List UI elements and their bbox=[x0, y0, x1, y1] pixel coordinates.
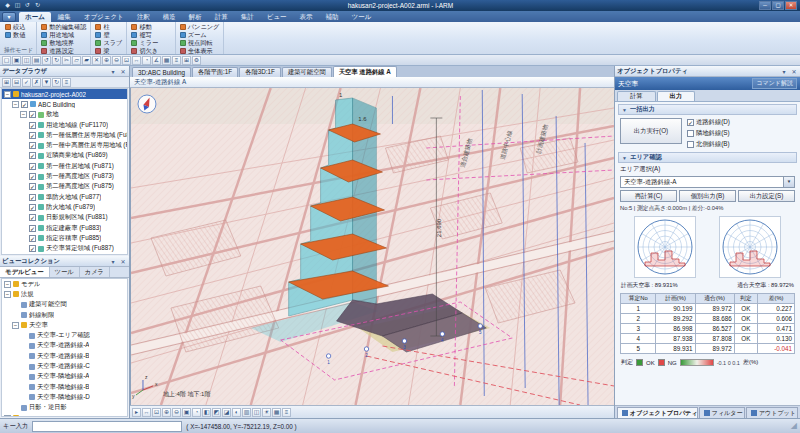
sun-study-icon[interactable]: ☀ bbox=[262, 408, 271, 417]
tree-checkbox[interactable]: ✓ bbox=[29, 132, 36, 139]
expander-icon[interactable]: − bbox=[12, 322, 19, 329]
collection-tab[interactable]: カメラ bbox=[80, 267, 110, 277]
expander-icon[interactable]: + bbox=[4, 415, 11, 418]
cut-icon[interactable]: ✂ bbox=[62, 56, 71, 65]
shading-icon[interactable]: ◐ bbox=[232, 408, 241, 417]
panel-menu-icon[interactable]: ▾ bbox=[109, 68, 117, 75]
zoom-in-view-icon[interactable]: ⊕ bbox=[162, 408, 171, 417]
area-button[interactable]: 個別出力(B) bbox=[679, 190, 736, 202]
uncheck-all-icon[interactable]: ✗ bbox=[32, 78, 41, 87]
close-button[interactable]: ✕ bbox=[785, 1, 797, 10]
panel-close-icon[interactable]: ✕ bbox=[119, 68, 127, 75]
tree-item[interactable]: −✓敷地 bbox=[2, 110, 127, 120]
tree-checkbox[interactable]: ✓ bbox=[29, 122, 36, 129]
tree-item[interactable]: +LVS bbox=[2, 413, 127, 417]
ribbon-tab[interactable]: ホーム bbox=[19, 12, 51, 22]
pan-view-icon[interactable]: ↔ bbox=[142, 408, 151, 417]
select-mode-icon[interactable]: ▸ bbox=[132, 408, 141, 417]
undo-action-icon[interactable]: ↺ bbox=[42, 56, 51, 65]
expand-all-icon[interactable]: ⊞ bbox=[2, 78, 11, 87]
collapse-all-icon[interactable]: ⊟ bbox=[12, 78, 21, 87]
tree-checkbox[interactable]: ✓ bbox=[29, 245, 36, 252]
section-batch-output[interactable]: ▼ 一括出力 bbox=[618, 104, 797, 115]
panel-close-icon[interactable]: ✕ bbox=[119, 258, 127, 265]
tree-item[interactable]: ✓日影規制区域 (Fu881) bbox=[2, 213, 127, 223]
tree-item[interactable]: ✓第一種低層住居専用地域 (Fu865) bbox=[2, 130, 127, 140]
area-button[interactable]: 再計算(C) bbox=[620, 190, 677, 202]
minimize-button[interactable]: ─ bbox=[759, 1, 771, 10]
table-row[interactable]: 289.29288.686OK0.606 bbox=[621, 314, 795, 324]
table-row[interactable]: 487.93887.808OK0.130 bbox=[621, 334, 795, 344]
tree-checkbox[interactable]: ✓ bbox=[29, 152, 36, 159]
zoom-window-icon[interactable]: ⊡ bbox=[152, 408, 161, 417]
document-tab[interactable]: 各階平面:1F bbox=[192, 67, 238, 77]
checkbox-row[interactable]: 北側斜線(B) bbox=[687, 140, 730, 149]
top-view-icon[interactable]: ◩ bbox=[212, 408, 221, 417]
ribbon-tab[interactable]: ビュー bbox=[261, 12, 293, 22]
3d-viewport[interactable]: 21.690 1 1.6 適合建築物 道路中心線 計画建築物 bbox=[130, 88, 614, 405]
grid-icon[interactable]: ▦ bbox=[162, 56, 171, 65]
tree-item[interactable]: −天空率 bbox=[2, 320, 127, 330]
redo-icon[interactable]: ↻ bbox=[33, 1, 42, 10]
area-button[interactable]: 出力設定(S) bbox=[738, 190, 795, 202]
print-icon[interactable]: ▤ bbox=[32, 56, 41, 65]
tree-item[interactable]: 天空率-道路斜線-A bbox=[2, 341, 127, 351]
expander-icon[interactable]: − bbox=[20, 111, 27, 118]
table-row[interactable]: 190.19989.972OK0.227 bbox=[621, 304, 795, 314]
ribbon-tab[interactable]: 補助 bbox=[320, 12, 345, 22]
tree-item[interactable]: ✓第二種高度地区 (Fu875) bbox=[2, 182, 127, 192]
tree-checkbox[interactable]: ✓ bbox=[21, 101, 28, 108]
grid-toggle-icon[interactable]: ▦ bbox=[272, 408, 281, 417]
tree-item[interactable]: 天空率-エリア確認 bbox=[2, 330, 127, 340]
expander-icon[interactable]: − bbox=[4, 281, 11, 288]
settings-icon[interactable]: ⚙ bbox=[192, 56, 201, 65]
filter-icon[interactable]: ▼ bbox=[42, 78, 51, 87]
tree-checkbox[interactable]: ✓ bbox=[29, 183, 36, 190]
ribbon-tab[interactable]: 計算 bbox=[209, 12, 234, 22]
document-tab[interactable]: 各階3D:1F bbox=[239, 67, 281, 77]
expander-icon[interactable]: − bbox=[12, 101, 19, 108]
section-icon[interactable]: ◫ bbox=[252, 408, 261, 417]
tree-item[interactable]: ✓用途地域線 (FuF1170) bbox=[2, 120, 127, 130]
tree-checkbox[interactable]: ✓ bbox=[29, 163, 36, 170]
tree-checkbox[interactable]: ✓ bbox=[29, 142, 36, 149]
copy-icon[interactable]: ▱ bbox=[72, 56, 81, 65]
table-row[interactable]: 386.99886.527OK0.471 bbox=[621, 324, 795, 334]
open-file-icon[interactable]: ▣ bbox=[12, 56, 21, 65]
iso-view-icon[interactable]: ◪ bbox=[222, 408, 231, 417]
key-input[interactable] bbox=[32, 421, 182, 432]
tree-item[interactable]: 日影・逆日影 bbox=[2, 403, 127, 413]
ribbon-tab[interactable]: 集計 bbox=[235, 12, 260, 22]
orbit-view-icon[interactable]: ◔ bbox=[192, 408, 201, 417]
ribbon-tab[interactable]: ツール bbox=[346, 12, 378, 22]
collection-tab[interactable]: ツール bbox=[50, 267, 80, 277]
tree-checkbox[interactable]: ✓ bbox=[29, 111, 36, 118]
maximize-button[interactable]: ▢ bbox=[772, 1, 784, 10]
bottom-tab[interactable]: オブジェクトプロパティ bbox=[617, 407, 698, 418]
resize-grip[interactable]: ◢ bbox=[791, 422, 797, 430]
output-run-button[interactable]: 出力実行(O) bbox=[620, 118, 682, 144]
zoom-out-view-icon[interactable]: ⊖ bbox=[172, 408, 181, 417]
tree-item[interactable]: ✓第一種中高層住居専用地域 (Fu867) bbox=[2, 140, 127, 150]
tree-checkbox[interactable]: ✓ bbox=[29, 194, 36, 201]
tree-item[interactable]: ✓近隣商業地域 (Fu869) bbox=[2, 151, 127, 161]
tree-item[interactable]: 天空率-隣地斜線-A bbox=[2, 372, 127, 382]
fit-view-icon[interactable]: ▣ bbox=[182, 408, 191, 417]
ribbon-tab[interactable]: 構造 bbox=[157, 12, 182, 22]
bottom-tab[interactable]: フィルター bbox=[699, 407, 745, 418]
orbit-icon[interactable]: ◔ bbox=[142, 56, 151, 65]
ribbon-tab[interactable]: 注釈 bbox=[131, 12, 156, 22]
tree-checkbox[interactable]: ✓ bbox=[29, 204, 36, 211]
zoom-out-icon[interactable]: ⊖ bbox=[112, 56, 121, 65]
tree-item[interactable]: ✓準防火地域 (Fu877) bbox=[2, 192, 127, 202]
tree-checkbox[interactable]: ✓ bbox=[29, 173, 36, 180]
refresh-icon[interactable]: ↻ bbox=[52, 78, 61, 87]
tree-item[interactable]: 斜線制限 bbox=[2, 310, 127, 320]
new-file-icon[interactable]: ▢ bbox=[2, 56, 11, 65]
compass-icon[interactable] bbox=[138, 95, 156, 113]
app-icon[interactable]: ◆ bbox=[3, 1, 12, 10]
tree-item[interactable]: ✓第一種高度地区 (Fu873) bbox=[2, 171, 127, 181]
save-file-icon[interactable]: ◫ bbox=[22, 56, 31, 65]
property-tab[interactable]: 計算 bbox=[617, 91, 656, 101]
ribbon-tab[interactable]: オブジェクト bbox=[78, 12, 130, 22]
